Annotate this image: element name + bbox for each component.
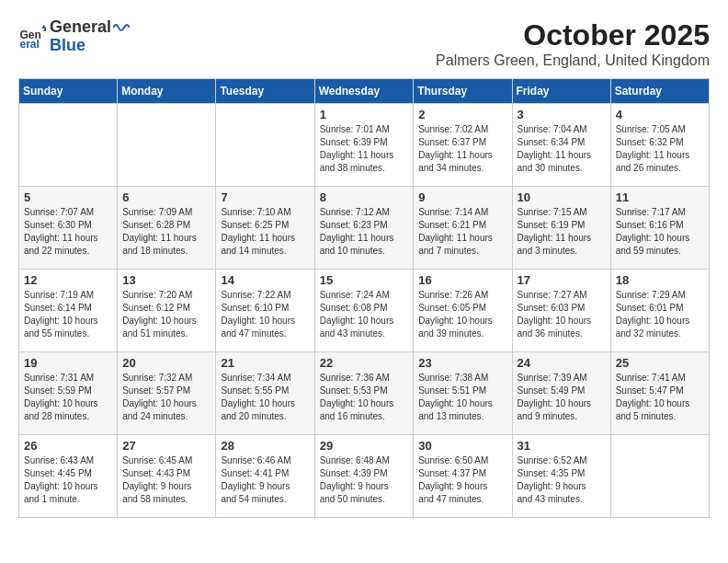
day-number: 9 [418,190,506,204]
calendar-cell: 11Sunrise: 7:17 AM Sunset: 6:16 PM Dayli… [610,187,709,270]
calendar-cell: 28Sunrise: 6:46 AM Sunset: 4:41 PM Dayli… [216,435,314,518]
day-number: 11 [616,190,704,204]
location: Palmers Green, England, United Kingdom [436,52,710,69]
day-info: Sunrise: 6:48 AM Sunset: 4:39 PM Dayligh… [320,454,409,506]
day-number: 19 [24,356,112,370]
day-info: Sunrise: 7:14 AM Sunset: 6:21 PM Dayligh… [418,206,506,258]
calendar-table: SundayMondayTuesdayWednesdayThursdayFrid… [18,78,710,518]
calendar-cell: 17Sunrise: 7:27 AM Sunset: 6:03 PM Dayli… [512,270,610,352]
day-number: 8 [320,190,409,204]
calendar-cell: 7Sunrise: 7:10 AM Sunset: 6:25 PM Daylig… [216,187,314,270]
calendar-week-row: 5Sunrise: 7:07 AM Sunset: 6:30 PM Daylig… [19,187,710,270]
calendar-week-row: 19Sunrise: 7:31 AM Sunset: 5:59 PM Dayli… [19,352,710,435]
day-info: Sunrise: 7:02 AM Sunset: 6:37 PM Dayligh… [418,123,506,175]
svg-text:eral: eral [20,38,40,51]
calendar-cell: 12Sunrise: 7:19 AM Sunset: 6:14 PM Dayli… [19,270,118,352]
calendar-week-row: 1Sunrise: 7:01 AM Sunset: 6:39 PM Daylig… [19,104,710,187]
weekday-header: Sunday [19,79,118,104]
day-info: Sunrise: 7:31 AM Sunset: 5:59 PM Dayligh… [24,372,112,423]
day-number: 7 [221,190,309,204]
day-number: 25 [616,356,704,370]
calendar-cell: 26Sunrise: 6:43 AM Sunset: 4:45 PM Dayli… [19,435,118,518]
day-number: 27 [122,439,210,453]
calendar-cell [610,435,709,518]
day-info: Sunrise: 7:22 AM Sunset: 6:10 PM Dayligh… [221,289,309,340]
calendar-cell: 6Sunrise: 7:09 AM Sunset: 6:28 PM Daylig… [118,187,216,270]
day-number: 14 [221,273,309,287]
weekday-header: Tuesday [216,79,314,104]
calendar-cell: 21Sunrise: 7:34 AM Sunset: 5:55 PM Dayli… [216,352,314,435]
day-info: Sunrise: 7:36 AM Sunset: 5:53 PM Dayligh… [320,372,409,423]
day-number: 18 [616,273,704,287]
day-number: 22 [320,356,409,370]
calendar-cell: 13Sunrise: 7:20 AM Sunset: 6:12 PM Dayli… [118,270,216,352]
calendar-cell: 27Sunrise: 6:45 AM Sunset: 4:43 PM Dayli… [118,435,216,518]
day-info: Sunrise: 7:38 AM Sunset: 5:51 PM Dayligh… [418,372,506,423]
calendar-cell: 5Sunrise: 7:07 AM Sunset: 6:30 PM Daylig… [19,187,118,270]
day-info: Sunrise: 7:41 AM Sunset: 5:47 PM Dayligh… [616,372,704,423]
calendar-cell: 9Sunrise: 7:14 AM Sunset: 6:21 PM Daylig… [414,187,512,270]
month-title: October 2025 [436,18,710,52]
weekday-header: Monday [118,79,216,104]
day-number: 13 [122,273,210,287]
day-number: 2 [418,108,506,121]
page-header: Gen eral General Blue October 2025 Palme… [18,18,710,69]
calendar-cell [19,104,118,187]
calendar-cell: 31Sunrise: 6:52 AM Sunset: 4:35 PM Dayli… [512,435,610,518]
calendar-header-row: SundayMondayTuesdayWednesdayThursdayFrid… [19,79,710,104]
calendar-cell [216,104,314,187]
day-info: Sunrise: 7:20 AM Sunset: 6:12 PM Dayligh… [122,289,210,340]
day-number: 26 [24,439,112,453]
day-number: 28 [221,439,309,453]
day-info: Sunrise: 7:09 AM Sunset: 6:28 PM Dayligh… [122,206,210,258]
calendar-cell: 4Sunrise: 7:05 AM Sunset: 6:32 PM Daylig… [610,104,709,187]
day-info: Sunrise: 7:39 AM Sunset: 5:49 PM Dayligh… [518,372,606,423]
calendar-week-row: 12Sunrise: 7:19 AM Sunset: 6:14 PM Dayli… [19,270,710,352]
day-info: Sunrise: 7:07 AM Sunset: 6:30 PM Dayligh… [24,206,112,258]
day-info: Sunrise: 7:24 AM Sunset: 6:08 PM Dayligh… [320,289,409,340]
day-number: 1 [320,108,409,121]
title-block: October 2025 Palmers Green, England, Uni… [436,18,710,69]
calendar-cell: 25Sunrise: 7:41 AM Sunset: 5:47 PM Dayli… [610,352,709,435]
day-info: Sunrise: 7:05 AM Sunset: 6:32 PM Dayligh… [616,123,704,175]
day-number: 4 [616,108,704,121]
day-info: Sunrise: 6:50 AM Sunset: 4:37 PM Dayligh… [418,454,506,506]
day-number: 16 [418,273,506,287]
day-number: 23 [418,356,506,370]
day-info: Sunrise: 7:29 AM Sunset: 6:01 PM Dayligh… [616,289,704,340]
calendar-cell: 19Sunrise: 7:31 AM Sunset: 5:59 PM Dayli… [19,352,118,435]
calendar-cell: 23Sunrise: 7:38 AM Sunset: 5:51 PM Dayli… [414,352,512,435]
day-info: Sunrise: 6:52 AM Sunset: 4:35 PM Dayligh… [518,454,606,506]
day-info: Sunrise: 7:17 AM Sunset: 6:16 PM Dayligh… [616,206,704,258]
calendar-body: 1Sunrise: 7:01 AM Sunset: 6:39 PM Daylig… [19,104,710,518]
weekday-header: Saturday [610,79,709,104]
day-info: Sunrise: 6:46 AM Sunset: 4:41 PM Dayligh… [221,454,309,506]
logo-icon: Gen eral [18,23,46,51]
day-number: 29 [320,439,409,453]
day-info: Sunrise: 6:45 AM Sunset: 4:43 PM Dayligh… [122,454,210,506]
calendar-cell: 8Sunrise: 7:12 AM Sunset: 6:23 PM Daylig… [314,187,414,270]
day-number: 3 [518,108,606,121]
day-number: 20 [122,356,210,370]
calendar-cell: 20Sunrise: 7:32 AM Sunset: 5:57 PM Dayli… [118,352,216,435]
logo: Gen eral General Blue [18,18,130,55]
calendar-cell: 18Sunrise: 7:29 AM Sunset: 6:01 PM Dayli… [610,270,709,352]
calendar-cell: 29Sunrise: 6:48 AM Sunset: 4:39 PM Dayli… [314,435,414,518]
day-number: 6 [122,190,210,204]
day-info: Sunrise: 7:12 AM Sunset: 6:23 PM Dayligh… [320,206,409,258]
day-info: Sunrise: 7:15 AM Sunset: 6:19 PM Dayligh… [518,206,606,258]
day-info: Sunrise: 6:43 AM Sunset: 4:45 PM Dayligh… [24,454,112,506]
day-number: 12 [24,273,112,287]
weekday-header: Thursday [414,79,512,104]
day-info: Sunrise: 7:32 AM Sunset: 5:57 PM Dayligh… [122,372,210,423]
weekday-header: Friday [512,79,610,104]
calendar-cell: 15Sunrise: 7:24 AM Sunset: 6:08 PM Dayli… [314,270,414,352]
day-info: Sunrise: 7:27 AM Sunset: 6:03 PM Dayligh… [518,289,606,340]
day-number: 10 [518,190,606,204]
calendar-cell: 24Sunrise: 7:39 AM Sunset: 5:49 PM Dayli… [512,352,610,435]
calendar-cell [118,104,216,187]
calendar-cell: 16Sunrise: 7:26 AM Sunset: 6:05 PM Dayli… [414,270,512,352]
day-number: 31 [518,439,606,453]
calendar-cell: 1Sunrise: 7:01 AM Sunset: 6:39 PM Daylig… [314,104,414,187]
day-number: 24 [518,356,606,370]
